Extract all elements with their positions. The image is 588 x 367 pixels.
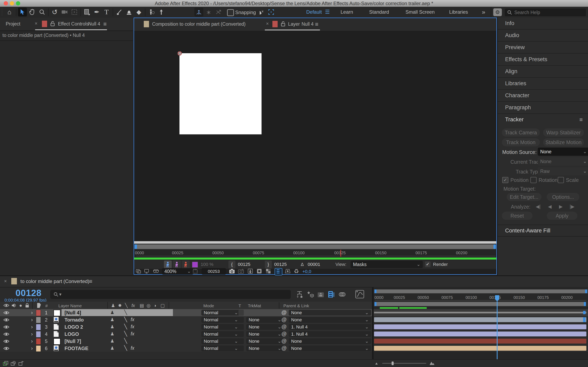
always-preview-icon[interactable] — [136, 269, 141, 274]
toolbar-drag-handle[interactable]: ::::: — [2, 8, 3, 16]
time-navigator[interactable] — [134, 244, 496, 249]
layer-bar-row[interactable] — [374, 323, 588, 331]
quality-switch-icon[interactable]: ╲ — [124, 317, 127, 322]
work-area-region[interactable] — [375, 302, 585, 306]
panel-header-effects-presets[interactable]: Effects & Presets — [498, 53, 588, 65]
tab-close-icon[interactable]: × — [35, 21, 37, 26]
blend-mode-select[interactable]: Normal⌄ — [201, 331, 241, 337]
search-help-box[interactable] — [504, 8, 586, 17]
layer-tab-unlock-icon[interactable] — [281, 21, 286, 27]
trkmat-select[interactable]: None⌄ — [246, 317, 284, 323]
scrollbar-end-cap[interactable] — [585, 290, 587, 293]
analyze-forward-frame-button[interactable]: |▶ — [570, 204, 575, 209]
preserve-transparency-cell[interactable] — [238, 338, 244, 344]
layer-visibility-eye-icon[interactable] — [3, 346, 9, 350]
scrollbar-start-cap[interactable] — [374, 290, 376, 293]
work-area-start-handle[interactable] — [374, 302, 376, 306]
twirl-arrow-icon[interactable]: › — [31, 346, 33, 351]
type-tool[interactable]: T — [102, 8, 111, 17]
brush-tool[interactable] — [115, 8, 124, 17]
pickwhip-icon[interactable]: @ — [281, 345, 287, 351]
timeline-tab-label[interactable]: to color middle part (Converted) — [20, 278, 89, 284]
table-row[interactable]: › 6 FOOTAGE ♟ ╲ fx Normal⌄ None⌄ @ None⌄ — [0, 345, 372, 352]
search-help-input[interactable] — [514, 9, 582, 16]
time-navigator-thumb[interactable] — [135, 244, 495, 249]
shy-icon[interactable] — [306, 290, 314, 299]
pen-tool[interactable]: ✒ — [92, 8, 101, 17]
layer-duration-bar[interactable] — [374, 332, 586, 336]
analyze-backward-frame-button[interactable]: ◀| — [536, 204, 541, 209]
render-checkbox[interactable]: ✓ — [425, 261, 431, 267]
graph-editor-icon[interactable] — [355, 290, 364, 299]
tab-effect-controls-doc[interactable]: Null 4 — [88, 21, 100, 27]
tab-label-swatch[interactable] — [42, 20, 47, 27]
layer-name-column-header[interactable]: Layer Name — [58, 303, 82, 308]
viewer-panel-menu-icon[interactable]: ≡ — [315, 21, 318, 27]
warp-stabilizer-button[interactable]: Warp Stabilizer — [543, 128, 584, 137]
panel-header-info[interactable]: Info — [498, 17, 588, 29]
stabilize-motion-button[interactable]: Stabilize Motion — [543, 138, 584, 146]
parent-link-select[interactable]: 1. Null 4⌄ — [289, 324, 371, 330]
transparency-grid-toggle[interactable] — [275, 268, 282, 275]
pickwhip-icon[interactable]: @ — [281, 324, 287, 330]
trkmat-select[interactable]: None⌄ — [246, 331, 284, 337]
layer-name[interactable]: Tornado — [65, 317, 84, 323]
panel-header-character[interactable]: Character — [498, 89, 588, 101]
timeline-scrollbar[interactable] — [374, 289, 588, 294]
table-row[interactable]: › 3 LOGO 2 ♟ ╲ fx Normal⌄ None⌄ @ 1. Nul… — [0, 323, 372, 331]
timeline-zoom-slider-track[interactable] — [382, 363, 426, 364]
anchor-point-marker[interactable] — [176, 50, 183, 57]
checkerboard-icon[interactable] — [266, 268, 271, 274]
layer-visibility-eye-icon[interactable] — [3, 332, 9, 336]
preserve-transparency-cell[interactable] — [238, 324, 244, 330]
collapse-switch-icon[interactable]: ♟ — [110, 324, 114, 329]
home-button[interactable]: ⌂ — [5, 8, 14, 17]
workspace-tab-small-screen[interactable]: Small Screen — [406, 7, 435, 17]
twirl-arrow-icon[interactable]: › — [31, 331, 33, 337]
position-checkbox[interactable]: ✓ Position — [502, 177, 528, 183]
layer-visibility-eye-icon[interactable] — [3, 339, 9, 343]
view-select[interactable]: Masks ⌄ — [351, 261, 423, 268]
current-time-indicator-head[interactable] — [494, 295, 500, 302]
blend-mode-select[interactable]: Normal⌄ — [201, 345, 241, 351]
pickwhip-icon[interactable]: @ — [281, 317, 287, 323]
snap-bounds-icon[interactable] — [267, 8, 276, 17]
timeline-zoom-slider-thumb[interactable] — [392, 361, 394, 365]
timeline-tab-close-icon[interactable]: × — [4, 278, 7, 284]
panel-header-libraries[interactable]: Libraries — [498, 77, 588, 89]
in-point-value[interactable]: 00125 — [238, 262, 250, 267]
layer-name[interactable]: FOOTAGE — [65, 346, 88, 351]
workspace-tab-libraries[interactable]: Libraries — [449, 7, 468, 17]
layer-bar-row[interactable] — [374, 309, 588, 317]
collapse-switch-icon[interactable]: ♟ — [110, 346, 114, 351]
duration-value[interactable]: 00001 — [308, 262, 320, 267]
track-motion-button[interactable]: Track Motion — [502, 138, 540, 146]
layer-visibility-eye-icon[interactable] — [3, 318, 9, 322]
local-axis-mode-button[interactable] — [194, 8, 203, 17]
view-axis-mode-button[interactable] — [214, 8, 223, 17]
layer-label-swatch[interactable] — [36, 338, 41, 345]
quality-switch-icon[interactable]: ╲ — [124, 309, 127, 315]
in-point-button[interactable]: { — [228, 261, 235, 268]
panel-header-paragraph[interactable]: Paragraph — [498, 101, 588, 113]
blend-mode-select[interactable]: Normal⌄ — [201, 310, 241, 316]
rotation-tool[interactable]: ↺ — [50, 8, 59, 17]
expand-layer-switches-icon[interactable] — [3, 361, 9, 366]
twirl-arrow-icon[interactable]: › — [31, 338, 33, 344]
twirl-arrow-icon[interactable]: › — [31, 310, 33, 315]
workspace-tab-default[interactable]: Default ☰ — [306, 7, 330, 17]
preserve-transparency-cell[interactable] — [238, 331, 244, 337]
layer-label-swatch[interactable] — [36, 345, 41, 352]
region-of-interest-icon[interactable] — [192, 269, 198, 274]
preserve-transparency-cell[interactable] — [238, 345, 244, 351]
snapping-checkbox[interactable] — [227, 9, 234, 16]
refresh-icon[interactable]: ♻ — [294, 268, 299, 274]
mode-column-header[interactable]: Mode — [203, 303, 214, 308]
tab-composition[interactable]: Composition to color middle part (Conver… — [152, 21, 246, 27]
layer-bar-row[interactable] — [374, 316, 588, 324]
workspace-tab-standard[interactable]: Standard — [369, 7, 389, 17]
layer-bar-row[interactable] — [374, 345, 588, 352]
quality-switch-icon[interactable]: ╲ — [124, 338, 127, 344]
collapse-switch-icon[interactable]: ♟ — [110, 338, 114, 344]
workspace-settings-icon[interactable]: ⚙ — [493, 8, 502, 16]
